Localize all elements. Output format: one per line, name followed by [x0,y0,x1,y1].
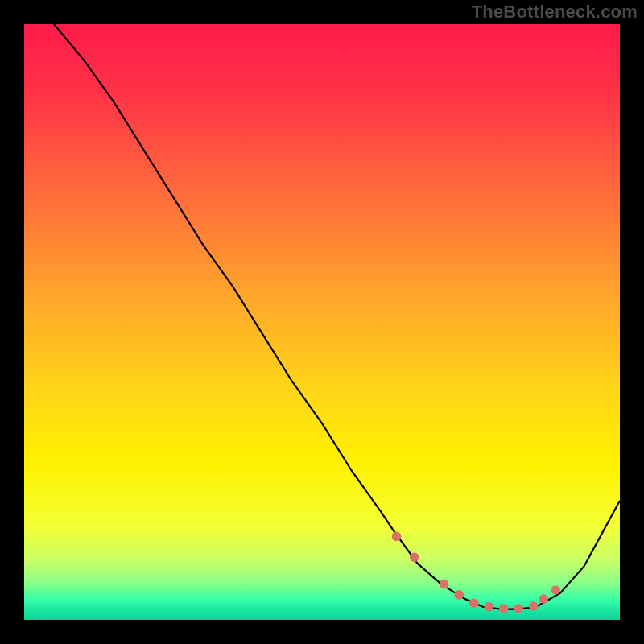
marker-point [410,553,419,563]
marker-point [551,585,560,595]
marker-point [514,604,523,613]
marker-point [392,532,402,542]
marker-point [440,580,449,589]
gradient-background [24,24,620,620]
watermark-text: TheBottleneck.com [472,2,638,23]
chart-svg [24,24,620,620]
marker-point [529,601,539,611]
marker-point [484,602,493,612]
marker-point [469,598,479,608]
marker-point [539,594,548,604]
marker-point [499,604,509,613]
marker-point [454,590,464,600]
plot-area [24,24,620,620]
chart-frame: TheBottleneck.com [0,0,644,644]
